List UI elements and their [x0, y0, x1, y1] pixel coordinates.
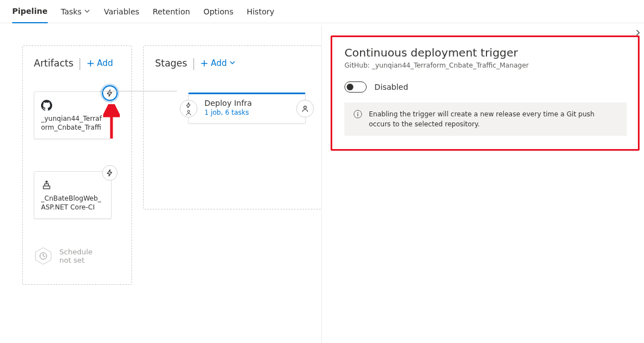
- lightning-icon: [106, 169, 114, 177]
- chevron-down-icon: [84, 7, 90, 16]
- tab-tasks[interactable]: Tasks: [61, 0, 91, 23]
- post-deploy-conditions-button[interactable]: [296, 100, 314, 117]
- add-artifact-button[interactable]: + Add: [87, 58, 113, 68]
- cd-trigger-side-panel: Continuous deployment trigger GitHub: _y…: [321, 25, 644, 307]
- info-icon: [353, 110, 362, 119]
- stages-header: Stages | + Add: [155, 57, 310, 69]
- svg-rect-0: [43, 186, 50, 189]
- artifact-name: _yunqian44_Terraform_Cnbate_Traffi: [41, 114, 104, 132]
- info-callout: Enabling the trigger will create a new r…: [344, 103, 627, 136]
- info-text: Enabling the trigger will create a new r…: [369, 109, 618, 129]
- person-icon: [301, 105, 309, 112]
- chevron-right-icon: [634, 29, 642, 37]
- toggle-knob: [347, 84, 353, 90]
- header-separator: |: [78, 57, 82, 69]
- tab-retention[interactable]: Retention: [153, 0, 190, 23]
- add-label: Add: [211, 58, 227, 68]
- cd-trigger-highlight: Continuous deployment trigger GitHub: _y…: [331, 35, 640, 151]
- annotation-arrow-icon: [103, 104, 120, 143]
- tab-history[interactable]: History: [247, 0, 275, 23]
- stage-body: Deploy Infra 1 job, 6 tasks: [189, 94, 305, 123]
- stage-name: Deploy Infra: [204, 99, 298, 107]
- chevron-down-icon: [229, 58, 236, 68]
- tab-label: Pipeline: [12, 7, 48, 16]
- artifacts-title: Artifacts: [34, 58, 73, 69]
- stage-tasks-link[interactable]: 1 job, 6 tasks: [204, 109, 298, 116]
- tab-variables[interactable]: Variables: [104, 0, 139, 23]
- pipeline-tab-bar: Pipeline Tasks Variables Retention Optio…: [0, 0, 644, 23]
- cd-trigger-toggle-row: Disabled: [344, 81, 627, 93]
- pre-deploy-conditions-button[interactable]: [180, 100, 197, 117]
- tab-options[interactable]: Options: [204, 0, 234, 23]
- artifact-card[interactable]: _CnBateBlogWeb_ASP.NET Core-CI: [34, 171, 111, 219]
- svg-rect-7: [357, 114, 358, 116]
- artifacts-header: Artifacts | + Add: [34, 57, 120, 69]
- plus-icon: +: [200, 58, 209, 68]
- schedule-text: Schedule not set: [59, 248, 93, 264]
- add-stage-button[interactable]: + Add: [200, 58, 236, 68]
- plus-icon: +: [87, 58, 95, 68]
- person-icon: [185, 109, 192, 116]
- stages-title: Stages: [155, 58, 187, 69]
- cd-trigger-button[interactable]: [102, 85, 118, 101]
- header-separator: |: [191, 57, 195, 69]
- tab-label: Tasks: [61, 7, 82, 16]
- artifact-name: _CnBateBlogWeb_ASP.NET Core-CI: [41, 194, 104, 212]
- cd-trigger-button[interactable]: [102, 165, 118, 181]
- clock-icon: [34, 247, 53, 265]
- side-panel-subtitle: GitHub: _yunqian44_Terraform_Cnbate_Traf…: [344, 62, 627, 69]
- tab-pipeline[interactable]: Pipeline: [12, 1, 48, 23]
- tab-label: Options: [204, 7, 234, 16]
- azure-build-icon: [41, 180, 52, 191]
- side-panel-title: Continuous deployment trigger: [344, 46, 627, 59]
- artifact-card[interactable]: _yunqian44_Terraform_Cnbate_Traffi: [34, 91, 111, 139]
- artifacts-panel: Artifacts | + Add _yunqian44_Terraform_C…: [22, 45, 132, 285]
- tab-label: Retention: [153, 7, 190, 16]
- expand-panel-button[interactable]: [634, 29, 642, 38]
- stages-panel: Stages | + Add Deploy Infra 1 job,: [143, 45, 322, 209]
- svg-point-4: [304, 106, 307, 109]
- stage-card[interactable]: Deploy Infra 1 job, 6 tasks: [188, 93, 306, 124]
- github-icon: [41, 100, 52, 111]
- schedule-button[interactable]: Schedule not set: [34, 247, 120, 265]
- svg-point-6: [357, 112, 358, 113]
- lightning-icon: [185, 102, 192, 109]
- tab-label: History: [247, 7, 275, 16]
- toggle-state-label: Disabled: [374, 83, 408, 91]
- cd-trigger-toggle[interactable]: [344, 81, 367, 93]
- tab-label: Variables: [104, 7, 139, 16]
- add-label: Add: [97, 58, 113, 68]
- svg-point-3: [187, 110, 190, 112]
